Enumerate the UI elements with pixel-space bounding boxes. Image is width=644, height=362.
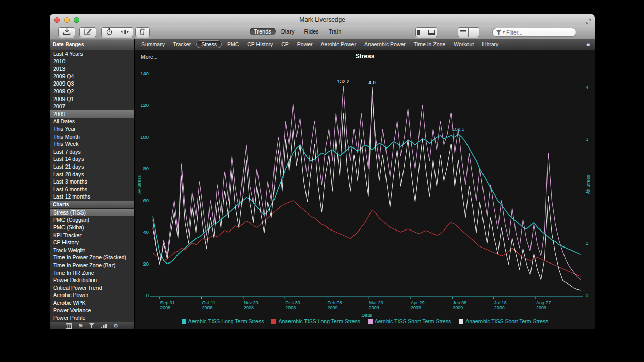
sidebar: Date Ranges ≡ Last 4 Years201020132009 Q… bbox=[50, 39, 135, 329]
filter-icon[interactable] bbox=[89, 323, 94, 328]
chart-item-power-distribution[interactable]: Power Distribution bbox=[50, 276, 134, 284]
view-train[interactable]: Train bbox=[325, 28, 346, 35]
tab-summary[interactable]: Summary bbox=[137, 40, 169, 48]
chart-annotation: 132.2 bbox=[337, 78, 349, 84]
tab-anaerobic-power[interactable]: Anaerobic Power bbox=[360, 40, 410, 48]
chart-legend: Aerobic TISS Long Term StressAnaerobic T… bbox=[135, 318, 595, 324]
date-range-all-dates[interactable]: All Dates bbox=[50, 118, 134, 125]
chart-item-stress-tiss[interactable]: Stress (TISS) bbox=[50, 209, 134, 217]
toggle-sidebar-button[interactable] bbox=[415, 27, 426, 37]
download-activity-button[interactable] bbox=[58, 27, 75, 37]
download-icon bbox=[63, 28, 71, 37]
tab-pmc[interactable]: PMC bbox=[223, 40, 243, 48]
date-ranges-list: Last 4 Years201020132009 Q42009 Q32009 Q… bbox=[50, 50, 134, 201]
date-range-2009[interactable]: 2009 bbox=[50, 110, 134, 118]
gear-icon[interactable]: ⚙ bbox=[113, 323, 118, 329]
tiled-view-button[interactable] bbox=[469, 27, 479, 37]
x-tick-label: Nov 20 bbox=[244, 300, 259, 305]
tab-time-in-zone[interactable]: Time In Zone bbox=[410, 40, 449, 48]
date-range-last-3-months[interactable]: Last 3 months bbox=[50, 178, 134, 186]
chart-item-pmc-coggan[interactable]: PMC (Coggan) bbox=[50, 216, 134, 224]
stopwatch-button[interactable] bbox=[101, 27, 117, 37]
chart-item-power-variance[interactable]: Power Variance bbox=[50, 307, 134, 315]
app-window: Mark Liversedge bbox=[50, 14, 595, 329]
chart-item-time-in-hr-zone[interactable]: Time In HR Zone bbox=[50, 269, 134, 277]
view-diary[interactable]: Diary bbox=[277, 28, 299, 35]
chart-bars-icon[interactable] bbox=[101, 323, 107, 328]
legend-swatch bbox=[368, 319, 373, 324]
y-right-tick-label: 3 bbox=[586, 136, 588, 142]
y-left-tick-label: 0 bbox=[146, 292, 149, 298]
intervals-button[interactable] bbox=[117, 27, 133, 37]
chart-item-time-in-power-zone-bar[interactable]: Time In Power Zone (Bar) bbox=[50, 261, 134, 269]
date-range-this-week[interactable]: This Week bbox=[50, 140, 134, 148]
legend-item-anaerobic-tiss-long-term-stress: Anaerobic TISS Long Term Stress bbox=[271, 318, 360, 324]
single-pane-icon bbox=[460, 28, 466, 37]
date-range-2009-q3[interactable]: 2009 Q3 bbox=[50, 80, 134, 88]
x-tick-year: 2009 bbox=[536, 305, 546, 310]
tab-cp[interactable]: CP bbox=[277, 40, 293, 48]
date-range-last-7-days[interactable]: Last 7 days bbox=[50, 148, 134, 156]
calendar-icon[interactable] bbox=[66, 323, 72, 329]
title-bar: Mark Liversedge bbox=[50, 14, 595, 25]
tabbar-menu-icon[interactable]: ≡ bbox=[586, 41, 592, 48]
delete-button[interactable] bbox=[135, 27, 150, 37]
y-left-axis-title: Av Stress bbox=[137, 175, 142, 194]
legend-item-anaerobic-tiss-short-term-stress: Anaerobic TISS Short Term Stress bbox=[459, 318, 548, 324]
tab-power[interactable]: Power bbox=[293, 40, 317, 48]
date-range-this-month[interactable]: This Month bbox=[50, 133, 134, 141]
chart-item-power-profile[interactable]: Power Profile bbox=[50, 314, 134, 322]
chart-item-aerobic-power[interactable]: Aerobic Power bbox=[50, 291, 134, 299]
tab-stress[interactable]: Stress bbox=[196, 40, 222, 48]
view-trends[interactable]: Trends bbox=[250, 28, 276, 35]
date-range-last-12-months[interactable]: Last 12 months bbox=[50, 193, 134, 201]
tab-workout[interactable]: Workout bbox=[449, 40, 478, 48]
x-tick-year: 2009 bbox=[411, 305, 421, 310]
chart-item-aerobic-wpk[interactable]: Aerobic WPK bbox=[50, 299, 134, 307]
view-rides[interactable]: Rides bbox=[300, 28, 323, 35]
manual-entry-button[interactable] bbox=[79, 27, 96, 37]
date-range-2010[interactable]: 2010 bbox=[50, 58, 134, 65]
date-range-2009-q2[interactable]: 2009 Q2 bbox=[50, 88, 134, 95]
date-range-last-21-days[interactable]: Last 21 days bbox=[50, 163, 134, 171]
tab-aerobic-power[interactable]: Aerobic Power bbox=[317, 40, 360, 48]
tab-cp-history[interactable]: CP History bbox=[243, 40, 277, 48]
date-range-2009-q1[interactable]: 2009 Q1 bbox=[50, 95, 134, 103]
toggle-bottombar-button[interactable] bbox=[426, 27, 437, 37]
x-tick-year: 2009 bbox=[494, 305, 505, 310]
chart-tab-bar: SummaryTrackerStressPMCCP HistoryCPPower… bbox=[135, 39, 595, 50]
tab-library[interactable]: Library bbox=[478, 40, 503, 48]
x-tick-year: 2009 bbox=[369, 305, 379, 310]
minimize-button[interactable] bbox=[64, 17, 70, 23]
date-range-this-year[interactable]: This Year bbox=[50, 125, 134, 133]
chart-item-track-weight[interactable]: Track Weight bbox=[50, 246, 134, 254]
date-range-last-4-years[interactable]: Last 4 Years bbox=[50, 50, 134, 58]
stress-chart: Sep 012008Oct 112008Nov 202008Dec 302008… bbox=[135, 50, 595, 329]
date-range-last-6-months[interactable]: Last 6 months bbox=[50, 186, 134, 193]
filter-field[interactable]: ▾ bbox=[492, 28, 576, 37]
tabbed-view-button[interactable] bbox=[458, 27, 469, 37]
desktop: { "window": { "title": "Mark Liversedge"… bbox=[0, 0, 644, 362]
chart-item-time-in-power-zone-stacked[interactable]: Time In Power Zone (Stacked) bbox=[50, 254, 134, 261]
filter-funnel-icon bbox=[496, 28, 501, 37]
legend-label: Anaerobic TISS Long Term Stress bbox=[278, 318, 360, 324]
date-range-last-28-days[interactable]: Last 28 days bbox=[50, 171, 134, 178]
date-ranges-menu-icon[interactable]: ≡ bbox=[128, 42, 131, 48]
date-range-last-14-days[interactable]: Last 14 days bbox=[50, 155, 134, 163]
chart-item-critical-power-trend[interactable]: Critical Power Trend bbox=[50, 284, 134, 292]
chart-item-pmc-skiba[interactable]: PMC (Skiba) bbox=[50, 224, 134, 232]
date-range-2013[interactable]: 2013 bbox=[50, 65, 134, 73]
chart-item-kpi-tracker[interactable]: KPI Tracker bbox=[50, 232, 134, 239]
chart-item-cp-history[interactable]: CP History bbox=[50, 239, 134, 246]
flag-icon[interactable]: ⚑ bbox=[78, 323, 83, 329]
date-range-2009-q4[interactable]: 2009 Q4 bbox=[50, 73, 134, 80]
chart-title: Stress bbox=[135, 53, 595, 60]
view-switcher: TrendsDiaryRidesTrain bbox=[250, 28, 345, 35]
legend-label: Aerobic TISS Long Term Stress bbox=[188, 318, 264, 324]
date-range-2007[interactable]: 2007 bbox=[50, 103, 134, 110]
close-button[interactable] bbox=[54, 17, 60, 23]
toolbar: TrendsDiaryRidesTrain ▾ bbox=[50, 25, 595, 39]
filter-input[interactable] bbox=[506, 29, 572, 36]
zoom-button[interactable] bbox=[74, 17, 79, 23]
tab-tracker[interactable]: Tracker bbox=[169, 40, 195, 48]
